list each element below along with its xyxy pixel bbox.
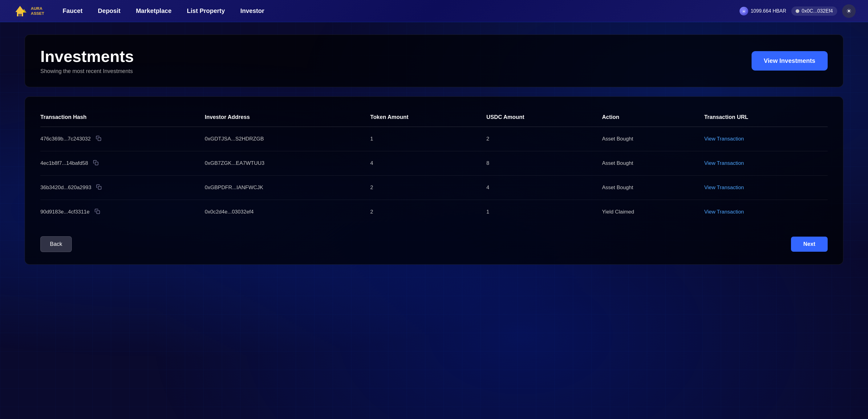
cell-investor-addr-2: 0xGBPDFR...IANFWCJK <box>199 176 364 200</box>
nav-deposit[interactable]: Deposit <box>98 7 120 14</box>
table-header-row: Transaction Hash Investor Address Token … <box>40 109 828 127</box>
cell-usdc-amount-1: 8 <box>480 151 596 176</box>
transactions-table: Transaction Hash Investor Address Token … <box>40 109 828 224</box>
cell-tx-url-1[interactable]: View Transaction <box>698 151 828 176</box>
svg-rect-11 <box>97 211 100 214</box>
tx-hash-value: 36b3420d...620a2993 <box>40 184 91 191</box>
table-row: 36b3420d...620a2993 0xGBPDFR...IANFWCJK2… <box>40 176 828 200</box>
hbar-balance: H 1099.664 HBAR <box>740 7 786 16</box>
navbar: AURAASSET Faucet Deposit Marketplace Lis… <box>0 0 868 22</box>
cell-tx-url-3[interactable]: View Transaction <box>698 200 828 224</box>
view-transaction-link[interactable]: View Transaction <box>704 136 744 142</box>
next-button[interactable]: Next <box>791 237 828 252</box>
cell-token-amount-3: 2 <box>364 200 480 224</box>
balance-text: 1099.664 HBAR <box>751 8 786 14</box>
cell-token-amount-0: 1 <box>364 127 480 151</box>
svg-text:H: H <box>743 9 745 12</box>
cell-action-3: Yield Claimed <box>596 200 698 224</box>
view-investments-button[interactable]: View Investments <box>751 51 828 70</box>
logo-text: AURAASSET <box>31 6 44 16</box>
cell-token-amount-2: 2 <box>364 176 480 200</box>
main-content: Investments Showing the most recent Inve… <box>0 22 868 277</box>
cell-investor-addr-1: 0xGB7ZGK...EA7WTUU3 <box>199 151 364 176</box>
cell-usdc-amount-2: 4 <box>480 176 596 200</box>
back-button[interactable]: Back <box>40 236 72 252</box>
wallet-address[interactable]: 0x0C...032Ef4 <box>791 6 837 16</box>
table-row: 4ec1b8f7...14bafd58 0xGB7ZGK...EA7WTUU34… <box>40 151 828 176</box>
logo-icon <box>12 3 28 19</box>
view-transaction-link[interactable]: View Transaction <box>704 184 744 190</box>
copy-svg-icon <box>96 184 102 190</box>
copy-icon[interactable] <box>93 207 101 217</box>
hbar-logo-icon: H <box>741 8 747 14</box>
col-header-tx-hash: Transaction Hash <box>40 109 199 127</box>
cell-investor-addr-0: 0xGDTJSA...S2HDRZGB <box>199 127 364 151</box>
copy-icon[interactable] <box>95 183 103 192</box>
svg-rect-4 <box>20 14 22 16</box>
cell-tx-hash-1: 4ec1b8f7...14bafd58 <box>40 151 199 176</box>
investments-title: Investments <box>40 47 134 66</box>
cell-action-2: Asset Bought <box>596 176 698 200</box>
investments-header-card: Investments Showing the most recent Inve… <box>25 34 843 87</box>
investments-header-text: Investments Showing the most recent Inve… <box>40 47 134 74</box>
copy-svg-icon <box>93 160 99 166</box>
copy-svg-icon <box>96 136 101 141</box>
col-header-tx-url: Transaction URL <box>698 109 828 127</box>
view-transaction-link[interactable]: View Transaction <box>704 160 744 166</box>
investments-subtitle: Showing the most recent Investments <box>40 68 134 74</box>
table-body: 476c369b...7c243032 0xGDTJSA...S2HDRZGB1… <box>40 127 828 224</box>
nav-list-property[interactable]: List Property <box>187 7 225 14</box>
col-header-usdc-amount: USDC Amount <box>480 109 596 127</box>
cell-usdc-amount-3: 1 <box>480 200 596 224</box>
col-header-action: Action <box>596 109 698 127</box>
cell-investor-addr-3: 0x0c2d4e...03032ef4 <box>199 200 364 224</box>
table-row: 476c369b...7c243032 0xGDTJSA...S2HDRZGB1… <box>40 127 828 151</box>
cell-action-0: Asset Bought <box>596 127 698 151</box>
table-header: Transaction Hash Investor Address Token … <box>40 109 828 127</box>
cell-tx-url-0[interactable]: View Transaction <box>698 127 828 151</box>
hbar-icon: H <box>740 7 748 16</box>
svg-rect-3 <box>19 14 20 16</box>
copy-icon[interactable] <box>95 134 102 144</box>
cell-tx-hash-0: 476c369b...7c243032 <box>40 127 199 151</box>
table-card: Transaction Hash Investor Address Token … <box>25 96 843 265</box>
svg-rect-8 <box>98 138 101 141</box>
nav-faucet[interactable]: Faucet <box>63 7 82 14</box>
wallet-status-dot <box>796 9 799 13</box>
tx-hash-value: 4ec1b8f7...14bafd58 <box>40 160 88 167</box>
cell-tx-hash-2: 36b3420d...620a2993 <box>40 176 199 200</box>
cell-token-amount-1: 4 <box>364 151 480 176</box>
svg-rect-2 <box>17 12 23 16</box>
theme-toggle-button[interactable]: ☀ <box>842 4 856 18</box>
logo-area[interactable]: AURAASSET <box>12 3 44 19</box>
wallet-address-text: 0x0C...032Ef4 <box>802 8 833 14</box>
cell-tx-hash-3: 90d9183e...4cf3311e <box>40 200 199 224</box>
nav-links: Faucet Deposit Marketplace List Property… <box>63 7 740 14</box>
tx-hash-value: 476c369b...7c243032 <box>40 136 91 142</box>
svg-rect-10 <box>98 186 101 189</box>
col-header-investor-address: Investor Address <box>199 109 364 127</box>
col-header-token-amount: Token Amount <box>364 109 480 127</box>
nav-investor[interactable]: Investor <box>240 7 264 14</box>
table-footer: Back Next <box>40 236 828 252</box>
cell-tx-url-2[interactable]: View Transaction <box>698 176 828 200</box>
copy-svg-icon <box>95 209 100 214</box>
copy-icon[interactable] <box>92 159 100 168</box>
view-transaction-link[interactable]: View Transaction <box>704 209 744 215</box>
cell-usdc-amount-0: 2 <box>480 127 596 151</box>
tx-hash-value: 90d9183e...4cf3311e <box>40 209 90 215</box>
nav-marketplace[interactable]: Marketplace <box>136 7 172 14</box>
table-row: 90d9183e...4cf3311e 0x0c2d4e...03032ef42… <box>40 200 828 224</box>
svg-rect-9 <box>95 162 98 165</box>
nav-right: H 1099.664 HBAR 0x0C...032Ef4 ☀ <box>740 4 856 18</box>
cell-action-1: Asset Bought <box>596 151 698 176</box>
